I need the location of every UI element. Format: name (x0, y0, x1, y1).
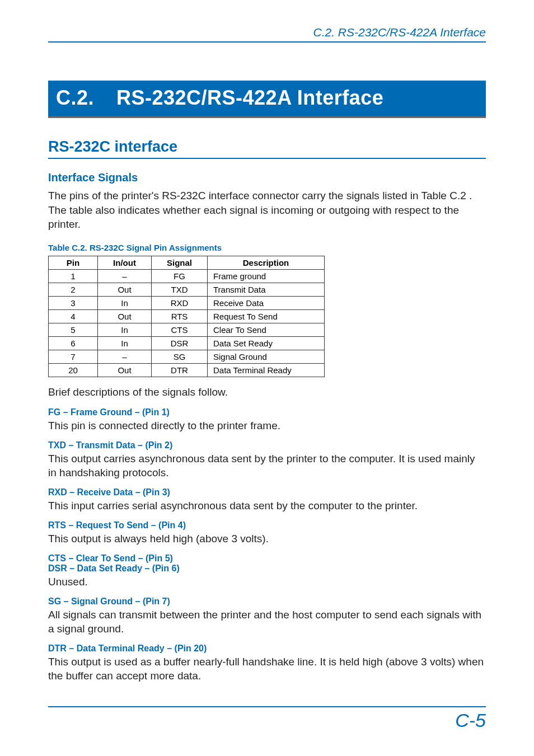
page-footer: C-5 (48, 706, 486, 731)
cell-inout: Out (98, 363, 152, 377)
cell-signal: SG (152, 350, 208, 363)
section-heading: C.2.RS-232C/RS-422A Interface (48, 81, 486, 118)
table-header-row: Pin In/out Signal Description (49, 256, 325, 269)
table-row: 1–FGFrame ground (49, 269, 325, 283)
cell-desc: Request To Send (208, 309, 325, 323)
cell-inout: Out (98, 309, 152, 323)
table-row: 5InCTSClear To Send (49, 323, 325, 336)
table-row: 6InDSRData Set Ready (49, 336, 325, 350)
signal-heading: TXD – Transmit Data – (Pin 2) (48, 440, 486, 450)
cell-inout: In (98, 336, 152, 350)
col-pin: Pin (49, 256, 98, 269)
cell-desc: Frame ground (208, 269, 325, 283)
cell-pin: 20 (49, 363, 98, 377)
table-row: 3InRXDReceive Data (49, 296, 325, 309)
cell-pin: 4 (49, 309, 98, 323)
col-signal: Signal (152, 256, 208, 269)
signal-description: This output is always held high (above 3… (48, 532, 486, 546)
cell-signal: DSR (152, 336, 208, 350)
signal-heading: RTS – Request To Send – (Pin 4) (48, 520, 486, 530)
cell-signal: DTR (152, 363, 208, 377)
signal-description: This output carries asynchronous data se… (48, 452, 486, 480)
signal-description: Unused. (48, 575, 486, 589)
intro-paragraph: The pins of the printer's RS-232C interf… (48, 189, 486, 232)
subsubsection-heading: Interface Signals (48, 171, 486, 184)
signal-heading: CTS – Clear To Send – (Pin 5)DSR – Data … (48, 553, 486, 574)
section-title: RS-232C/RS-422A Interface (116, 86, 383, 109)
cell-pin: 2 (49, 283, 98, 296)
signal-heading: FG – Frame Ground – (Pin 1) (48, 407, 486, 417)
cell-signal: TXD (152, 283, 208, 296)
col-desc: Description (208, 256, 325, 269)
cell-desc: Signal Ground (208, 350, 325, 363)
post-table-text: Brief descriptions of the signals follow… (48, 385, 486, 400)
cell-signal: FG (152, 269, 208, 283)
signal-pin-table: Pin In/out Signal Description 1–FGFrame … (48, 256, 325, 377)
cell-inout: – (98, 269, 152, 283)
cell-pin: 5 (49, 323, 98, 336)
cell-pin: 1 (49, 269, 98, 283)
running-header: C.2. RS-232C/RS-422A Interface (48, 26, 486, 43)
cell-desc: Transmit Data (208, 283, 325, 296)
subsection-heading: RS-232C interface (48, 138, 486, 159)
section-number: C.2. (56, 86, 116, 110)
col-inout: In/out (98, 256, 152, 269)
signal-heading: RXD – Receive Data – (Pin 3) (48, 487, 486, 497)
signal-heading: DTR – Data Terminal Ready – (Pin 20) (48, 644, 486, 654)
table-caption: Table C.2. RS-232C Signal Pin Assignment… (48, 243, 486, 252)
cell-desc: Data Terminal Ready (208, 363, 325, 377)
cell-signal: CTS (152, 323, 208, 336)
table-row: 2OutTXDTransmit Data (49, 283, 325, 296)
cell-pin: 3 (49, 296, 98, 309)
signal-description: All signals can transmit between the pri… (48, 608, 486, 636)
cell-desc: Receive Data (208, 296, 325, 309)
cell-inout: In (98, 296, 152, 309)
signal-description: This pin is connected directly to the pr… (48, 419, 486, 433)
cell-signal: RTS (152, 309, 208, 323)
signal-description: This output is used as a buffer nearly-f… (48, 655, 486, 683)
table-row: 20OutDTRData Terminal Ready (49, 363, 325, 377)
signal-description: This input carries serial asynchronous d… (48, 499, 486, 513)
page-number: C-5 (455, 710, 486, 731)
cell-inout: In (98, 323, 152, 336)
cell-pin: 6 (49, 336, 98, 350)
signal-heading: SG – Signal Ground – (Pin 7) (48, 597, 486, 607)
cell-desc: Data Set Ready (208, 336, 325, 350)
table-row: 4OutRTSRequest To Send (49, 309, 325, 323)
cell-signal: RXD (152, 296, 208, 309)
cell-inout: Out (98, 283, 152, 296)
cell-inout: – (98, 350, 152, 363)
table-row: 7–SGSignal Ground (49, 350, 325, 363)
cell-desc: Clear To Send (208, 323, 325, 336)
cell-pin: 7 (49, 350, 98, 363)
